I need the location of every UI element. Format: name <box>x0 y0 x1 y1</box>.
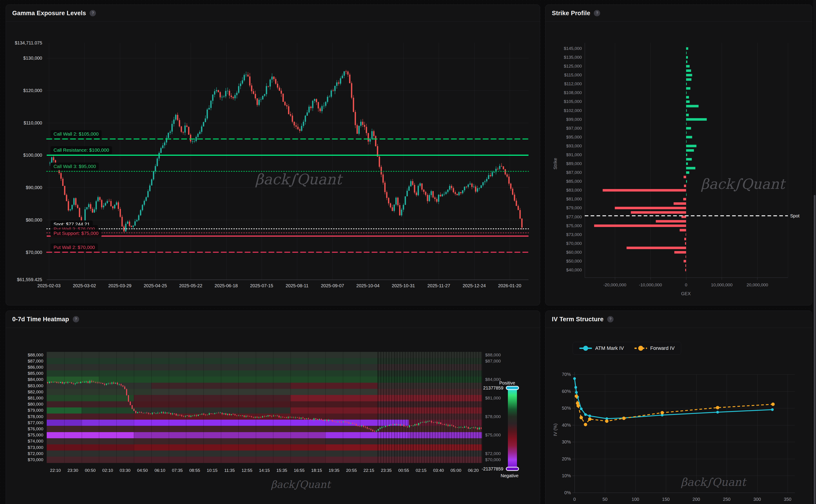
panel-title-iv: IV Term Structure <box>552 316 604 323</box>
panel-title-heatmap: 0-7d Time Heatmap <box>12 316 69 323</box>
strike-profile-chart[interactable]: -20,000,000-10,000,000010,000,00020,000,… <box>546 22 812 305</box>
colorbar-top-cap <box>506 386 519 390</box>
panel-strike-profile: Strike Profile ? -20,000,000-10,000,0000… <box>545 5 812 305</box>
level-annotation: Call Resistance: $100,000 <box>51 146 112 154</box>
iv-legend[interactable]: ATM Mark IVForward IV <box>573 342 681 355</box>
help-icon[interactable]: ? <box>607 316 614 322</box>
strike-tick: $95,000 <box>566 135 582 140</box>
legend-label: ATM Mark IV <box>595 345 624 351</box>
colorbar-negative-label: Negative <box>501 473 519 478</box>
gamma-exposure-chart[interactable]: $134,711.075$130,000$120,000$110,000$100… <box>6 22 540 305</box>
strike-tick: $77,000 <box>566 214 582 219</box>
panel-iv-header: IV Term Structure ? <box>546 311 812 328</box>
legend-marker-dot <box>638 346 643 351</box>
strike-bars-svg <box>546 22 812 305</box>
strike-tick: $85,000 <box>566 179 582 184</box>
strike-tick: $112,000 <box>564 81 582 86</box>
strike-tick: $60,000 <box>566 250 582 255</box>
strike-tick: $108,000 <box>564 90 582 95</box>
time-heatmap-chart[interactable]: $88,000$87,000$86,000$85,000$84,000$83,0… <box>6 328 540 504</box>
strike-tick: $105,000 <box>564 99 582 104</box>
level-annotation: Put Support: $75,000 <box>51 229 102 237</box>
panel-title-gamma: Gamma Exposure Levels <box>12 10 86 17</box>
strike-tick: $89,000 <box>566 161 582 166</box>
panel-strike-header: Strike Profile ? <box>546 5 812 22</box>
help-icon[interactable]: ? <box>594 10 600 16</box>
strike-tick: $73,000 <box>566 232 582 237</box>
strike-tick: $145,000 <box>564 46 582 51</box>
panel-gamma-exposure: Gamma Exposure Levels ? $134,711.075$130… <box>6 5 540 305</box>
legend-marker <box>634 348 647 349</box>
strike-tick: $93,000 <box>566 144 582 149</box>
strike-tick: $97,000 <box>566 126 582 131</box>
strike-tick: $102,000 <box>564 108 582 113</box>
help-icon[interactable]: ? <box>90 10 96 16</box>
panel-iv-term: IV Term Structure ? 0%10%20%30%40%50%60%… <box>545 311 812 504</box>
strike-tick: $115,000 <box>564 73 582 78</box>
panel-heatmap-header: 0-7d Time Heatmap ? <box>6 311 540 328</box>
legend-marker-dot <box>583 346 588 351</box>
heatmap-candles-svg <box>6 328 540 504</box>
strike-tick: $81,000 <box>566 197 582 202</box>
legend-item[interactable]: Forward IV <box>634 345 675 351</box>
dashboard: Gamma Exposure Levels ? $134,711.075$130… <box>0 0 816 504</box>
strike-tick: $75,000 <box>566 223 582 228</box>
strike-tick: $91,000 <box>566 152 582 157</box>
strike-tick: $83,000 <box>566 188 582 193</box>
strike-tick: $50,000 <box>566 259 582 264</box>
scrollbar-thumb[interactable] <box>814 195 816 504</box>
legend-item[interactable]: ATM Mark IV <box>579 345 624 351</box>
level-annotation: Call Wall 3: $95,000 <box>51 163 99 170</box>
legend-label: Forward IV <box>650 345 675 351</box>
strike-tick: $135,000 <box>564 55 582 60</box>
panel-time-heatmap: 0-7d Time Heatmap ? $88,000$87,000$86,00… <box>6 311 540 504</box>
help-icon[interactable]: ? <box>73 316 79 322</box>
scrollbar-track[interactable] <box>813 0 816 504</box>
colorbar-bottom-cap <box>506 467 519 471</box>
colorbar-max-label: 21377859 <box>463 385 503 391</box>
strike-tick: $99,000 <box>566 117 582 122</box>
strike-tick: $87,000 <box>566 170 582 175</box>
level-annotation: Put Wall 2: $70,000 <box>51 243 98 251</box>
strike-tick: $70,000 <box>566 241 582 246</box>
spot-line-label: Spot <box>790 213 799 218</box>
iv-term-structure-chart[interactable]: 0%10%20%30%40%50%60%70%05010015020025030… <box>546 328 812 504</box>
colorbar-gradient <box>508 388 517 467</box>
strike-tick: $125,000 <box>564 64 582 69</box>
panel-title-strike: Strike Profile <box>552 10 590 17</box>
panel-gamma-header: Gamma Exposure Levels ? <box>6 5 540 22</box>
strike-tick: $40,000 <box>566 268 582 273</box>
strike-tick: $79,000 <box>566 205 582 210</box>
colorbar-positive-label: Positive <box>499 380 515 386</box>
colorbar-min-label: -21377859 <box>460 466 503 472</box>
legend-marker <box>579 348 592 349</box>
level-annotation: Call Wall 2: $105,000 <box>51 130 102 138</box>
